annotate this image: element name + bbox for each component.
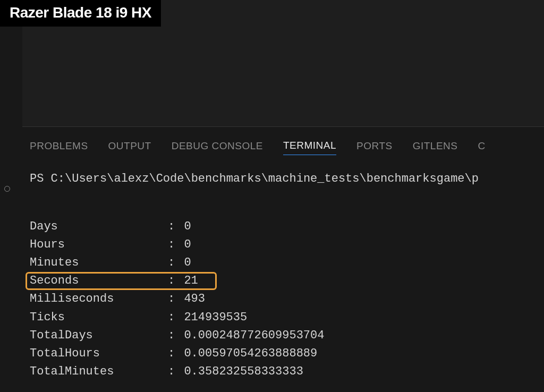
output-key: TotalHours	[30, 345, 168, 363]
output-separator: :	[168, 345, 175, 363]
output-key: Ticks	[30, 309, 168, 327]
breakpoint-gutter-icon	[4, 186, 10, 192]
activity-bar	[0, 27, 22, 392]
output-separator: :	[168, 363, 175, 381]
output-value: 0	[175, 236, 191, 254]
output-separator: :	[168, 254, 175, 272]
output-row: Hours: 0	[30, 236, 537, 254]
video-title-overlay: Razer Blade 18 i9 HX	[0, 0, 161, 27]
tab-ports[interactable]: PORTS	[356, 140, 393, 155]
output-row: Ticks: 214939535	[30, 309, 537, 327]
output-separator: :	[168, 236, 175, 254]
output-value: 0.000248772609953704	[175, 327, 324, 345]
output-key: TotalDays	[30, 327, 168, 345]
output-value: 21	[175, 272, 198, 290]
panel-tabs: PROBLEMS OUTPUT DEBUG CONSOLE TERMINAL P…	[22, 127, 544, 160]
output-separator: :	[168, 272, 175, 290]
output-key: Seconds	[30, 272, 168, 290]
output-row: Seconds: 21	[30, 272, 537, 290]
output-value: 0	[175, 218, 191, 236]
output-row: Milliseconds: 493	[30, 290, 537, 308]
output-value: 0.00597054263888889	[175, 345, 317, 363]
terminal-prompt-line: PS C:\Users\alexz\Code\benchmarks\machin…	[30, 170, 537, 188]
output-separator: :	[168, 290, 175, 308]
tab-gitlens[interactable]: GITLENS	[413, 140, 458, 155]
tab-problems[interactable]: PROBLEMS	[30, 140, 88, 155]
output-value: 214939535	[175, 309, 247, 327]
tab-more-cutoff[interactable]: C	[478, 140, 485, 155]
output-key: TotalMinutes	[30, 363, 168, 381]
output-value: 493	[175, 290, 205, 308]
output-row: TotalHours: 0.00597054263888889	[30, 345, 537, 363]
output-row: Minutes: 0	[30, 254, 537, 272]
output-row: Days: 0	[30, 218, 537, 236]
tab-terminal[interactable]: TERMINAL	[283, 140, 336, 155]
tab-output[interactable]: OUTPUT	[108, 140, 151, 155]
output-separator: :	[168, 327, 175, 345]
output-key: Minutes	[30, 254, 168, 272]
output-separator: :	[168, 218, 175, 236]
terminal-output: Days: 0Hours: 0Minutes: 0Seconds: 21Mill…	[30, 218, 537, 381]
terminal-body[interactable]: PS C:\Users\alexz\Code\benchmarks\machin…	[22, 160, 544, 381]
output-row: TotalDays: 0.000248772609953704	[30, 327, 537, 345]
editor-area	[22, 27, 544, 126]
output-value: 0	[175, 254, 191, 272]
output-key: Milliseconds	[30, 290, 168, 308]
output-key: Hours	[30, 236, 168, 254]
output-separator: :	[168, 309, 175, 327]
tab-debug-console[interactable]: DEBUG CONSOLE	[172, 140, 263, 155]
output-value: 0.358232558333333	[175, 363, 303, 381]
output-row: TotalMinutes: 0.358232558333333	[30, 363, 537, 381]
output-key: Days	[30, 218, 168, 236]
bottom-panel: PROBLEMS OUTPUT DEBUG CONSOLE TERMINAL P…	[22, 126, 544, 392]
